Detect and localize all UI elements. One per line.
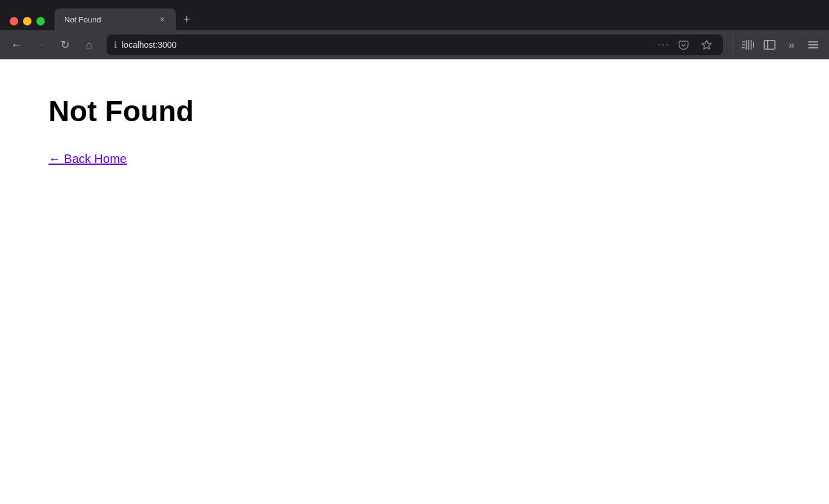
back-home-link[interactable]: ← Back Home	[48, 152, 127, 166]
toolbar-right: »	[733, 35, 823, 55]
extensions-button[interactable]: »	[782, 35, 801, 55]
window-minimize-button[interactable]	[23, 17, 32, 25]
sidebar-button[interactable]	[760, 35, 779, 55]
reload-button[interactable]: ↻	[55, 35, 75, 55]
tab-close-button[interactable]: ×	[159, 14, 166, 25]
address-bar[interactable]: ℹ localhost:3000 ···	[107, 35, 723, 55]
active-tab[interactable]: Not Found ×	[55, 8, 176, 30]
svg-marker-0	[702, 41, 711, 49]
library-button[interactable]	[738, 35, 757, 55]
url-text: localhost:3000	[122, 40, 653, 50]
tab-area: Not Found × +	[55, 8, 829, 30]
new-tab-button[interactable]: +	[176, 13, 198, 30]
window-close-button[interactable]	[10, 17, 18, 25]
svg-rect-8	[764, 41, 775, 49]
tab-bar: Not Found × +	[0, 0, 829, 30]
window-controls	[0, 17, 55, 30]
address-more-button[interactable]: ···	[658, 39, 670, 50]
forward-button[interactable]: →	[30, 35, 51, 55]
menu-button[interactable]	[804, 35, 823, 55]
pocket-button[interactable]	[674, 36, 693, 54]
tab-title: Not Found	[64, 15, 153, 24]
info-icon: ℹ	[114, 40, 117, 50]
toolbar: ← → ↻ ⌂ ℹ localhost:3000 ···	[0, 30, 829, 59]
window-maximize-button[interactable]	[36, 17, 45, 25]
page-heading: Not Found	[48, 96, 781, 128]
back-button[interactable]: ←	[6, 35, 27, 55]
browser-chrome: Not Found × + ← → ↻ ⌂ ℹ localhost:3000 ·…	[0, 0, 829, 59]
home-button[interactable]: ⌂	[79, 35, 99, 55]
bookmark-button[interactable]	[697, 36, 716, 54]
page-content: Not Found ← Back Home	[0, 59, 829, 504]
